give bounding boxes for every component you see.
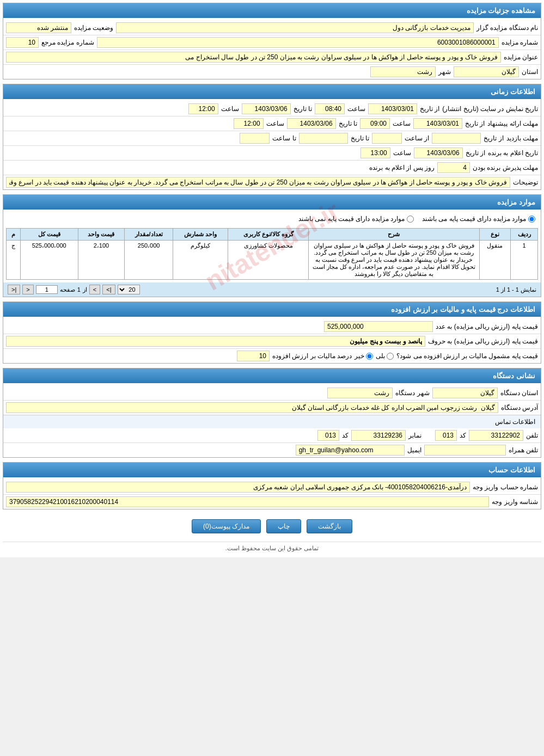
addr-full-label: آدرس دستگاه	[501, 404, 538, 411]
first-page-btn[interactable]: |<	[8, 285, 20, 294]
auction-number-label: شماره مزایده	[502, 39, 538, 46]
table-row: 1 منقول فروش خاک و پودر و پوسته حاصل از …	[7, 241, 538, 280]
movarad-header: موارد مزایده	[3, 195, 541, 210]
auction-number-input	[97, 37, 499, 48]
tax-yes-radio[interactable]	[387, 353, 394, 360]
per-page-select[interactable]: 20 50	[118, 285, 140, 294]
col-unit-price: قیمت واحد	[78, 229, 125, 241]
last-page-btn[interactable]: |>	[102, 285, 115, 294]
shaba-input	[6, 496, 489, 507]
org-status-row: نام دستگاه مزایده گزار وضعیت مزایده	[3, 21, 541, 35]
cell-group: محصولات کشاورزی	[228, 241, 308, 280]
base-price-words-row: قیمت پایه (ارزش ریالی مزایده) به حروف	[3, 334, 541, 348]
cell-unit: کیلوگرم	[173, 241, 228, 280]
mobile-label: تلفن همراه	[509, 446, 538, 454]
display-to-time	[188, 103, 218, 114]
auction-number-row: شماره مزایده شماره مزایده مرجع	[3, 35, 541, 50]
visit-date-label: مهلت بازدید	[506, 134, 538, 142]
addr-full-row: آدرس دستگاه	[3, 400, 541, 415]
fax-label: نمابر	[408, 432, 421, 439]
fax-input	[351, 430, 406, 441]
page-input[interactable]	[36, 285, 58, 294]
province-label: استان	[522, 68, 538, 76]
shaba-row: شناسه واریز وجه	[3, 494, 541, 509]
footer-text: تمامی حقوق این سایت محفوظ است.	[3, 542, 541, 555]
description-label: توضیحات	[513, 179, 538, 186]
tax-no-radio[interactable]	[366, 353, 373, 360]
col-row: ردیف	[511, 229, 538, 241]
winner-from-date	[414, 147, 463, 158]
visit-from-time	[372, 133, 402, 144]
showing-label: نمایش 1 - 1 از 1	[496, 286, 536, 293]
base-price-input	[324, 321, 433, 332]
reference-number-label: شماره مزایده مرجع	[41, 39, 94, 46]
display-from-date	[368, 103, 417, 114]
offer-date-row: مهلت ارائه پیشنهاد از تاریخ ساعت تا تاری…	[3, 116, 541, 131]
base-price-label: قیمت پایه (ارزش ریالی مزایده) به عدد	[436, 323, 538, 330]
col-group: گروه کالا/نوع کاربری	[228, 229, 308, 241]
city-label: شهر	[438, 68, 451, 76]
tax-no-label[interactable]: خیر	[354, 352, 373, 360]
title-row: عنوان مزایده	[3, 50, 541, 64]
to-time-label-1: ساعت	[221, 105, 239, 113]
acceptance-unit: روز پس از اعلام به برنده	[369, 164, 435, 171]
tax-yes-label[interactable]: بلی	[376, 352, 394, 360]
tax-question-label: قیمت پایه مشمول مالیات بر ارزش افزوده می…	[396, 352, 538, 360]
address-header: نشانی دستگاه	[3, 368, 541, 383]
movarad-option2[interactable]: موارد مزایده دارای قیمت پایه نمی باشند	[298, 215, 414, 223]
time-header: اطلاعات زمانی	[3, 84, 541, 99]
col-qty: تعداد/مقدار	[125, 229, 173, 241]
cell-desc: فروش خاک و پودر و پوسته حاصل از هواکش ها…	[308, 241, 479, 280]
display-to-date	[242, 103, 291, 114]
visit-from-date	[432, 133, 481, 144]
shaba-label: شناسه واریز وجه	[492, 498, 538, 506]
to-label-1: تا تاریخ	[294, 105, 312, 113]
status-value-input	[6, 22, 71, 33]
movarad-section: موارد مزایده nitatender.ir موارد مزایده …	[3, 194, 541, 297]
phone-fax-row: تلفن کد نمابر کد	[3, 428, 541, 442]
page-label: صفحه	[60, 286, 75, 293]
movarad-radio1[interactable]	[528, 216, 535, 223]
time-section: اطلاعات زمانی تاریخ نمایش در سایت (تاریخ…	[3, 84, 541, 190]
offer-to-time	[234, 118, 264, 129]
movarad-table-wrapper: ردیف نوع شرح گروه کالا/نوع کاربری واحد ش…	[3, 225, 541, 282]
cell-type: منقول	[479, 241, 510, 280]
cell-m: ج	[7, 241, 21, 280]
cell-row: 1	[511, 241, 538, 280]
city-input	[370, 66, 436, 77]
title-input	[6, 52, 501, 63]
account-number-label: شماره حساب واریز وجه	[473, 483, 538, 491]
movarad-radio2[interactable]	[407, 216, 414, 223]
addr-province-label: استان دستگاه	[500, 389, 538, 397]
description-row: توضیحات	[3, 175, 541, 189]
offer-date-label: مهلت ارائه پیشنهاد	[487, 120, 538, 127]
tax-percent-label: درصد مالیات بر ارزش افزوده	[272, 352, 352, 360]
prev-page-btn[interactable]: <	[22, 285, 33, 294]
display-from-time	[315, 103, 345, 114]
col-total: قیمت کل	[20, 229, 78, 241]
movarad-option1[interactable]: موارد مزایده دارای قیمت پایه می باشند	[422, 215, 535, 223]
phone-code-input	[435, 430, 457, 441]
cell-qty: 250،000	[125, 241, 173, 280]
documents-button[interactable]: مدارک پیوست(0)	[192, 519, 261, 533]
account-number-input	[6, 482, 470, 493]
back-button[interactable]: بازگشت	[307, 519, 352, 533]
display-date-row: تاریخ نمایش در سایت (تاریخ انتشار) از تا…	[3, 102, 541, 116]
print-button[interactable]: چاپ	[266, 519, 301, 533]
next-page-btn[interactable]: >	[89, 285, 100, 294]
winner-date-row: تاریخ اعلام به برنده از تاریخ ساعت	[3, 145, 541, 160]
mobile-input	[424, 445, 506, 456]
of-label: از	[83, 286, 87, 293]
bottom-buttons: بازگشت چاپ مدارک پیوست(0)	[3, 514, 541, 539]
province-input	[454, 66, 519, 77]
offer-to-date	[287, 118, 336, 129]
col-desc: شرح	[308, 229, 479, 241]
visit-date-row: مهلت بازدید از تاریخ از ساعت تا تاریخ تا…	[3, 131, 541, 145]
contact-header: اطلاعات تماس	[3, 415, 541, 428]
account-section: اطلاعات حساب شماره حساب واریز وجه شناسه …	[3, 462, 541, 509]
offer-from-time	[360, 118, 390, 129]
from-label-1: از تاریخ	[420, 105, 439, 113]
org-label: نام دستگاه مزایده گزار	[476, 24, 538, 32]
account-number-row: شماره حساب واریز وجه	[3, 480, 541, 494]
phone-label: تلفن	[526, 432, 538, 439]
